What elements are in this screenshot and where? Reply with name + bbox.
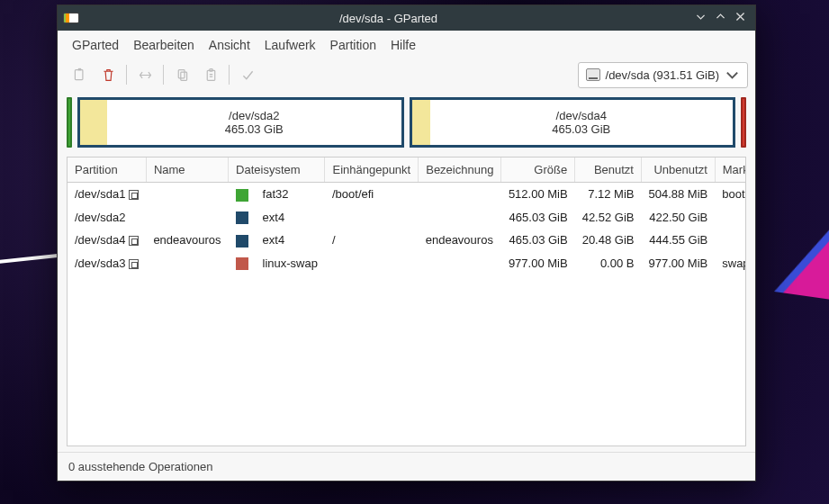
cell-mountpoint: / (325, 229, 419, 252)
cell-partition: /dev/sda1 (68, 183, 146, 206)
app-icon (63, 13, 79, 23)
menu-gparted[interactable]: GParted (67, 36, 124, 54)
partition-block-sda4[interactable]: /dev/sda4 465.03 GiB (410, 97, 736, 148)
svg-rect-3 (207, 70, 215, 80)
key-icon (129, 236, 139, 246)
cell-flags (715, 229, 746, 252)
cell-flags: swap (715, 252, 746, 275)
titlebar: /dev/sda - GParted (58, 5, 755, 31)
partition-used-bar (80, 100, 107, 145)
cell-flags (715, 206, 746, 230)
svg-rect-1 (178, 69, 185, 77)
device-selector[interactable]: /dev/sda (931.51 GiB) (578, 62, 748, 88)
statusbar: 0 ausstehende Operationen (58, 452, 755, 481)
cell-mountpoint (325, 206, 419, 230)
copy-button[interactable] (167, 61, 196, 88)
cell-filesystem: fat32 (256, 183, 325, 206)
key-icon (129, 259, 139, 269)
col-size[interactable]: Größe (501, 158, 575, 183)
cell-name (146, 252, 228, 275)
paste-button[interactable] (196, 61, 225, 88)
col-unused[interactable]: Unbenutzt (641, 158, 715, 183)
disk-icon (586, 68, 600, 81)
table-row[interactable]: /dev/sda3linux-swap977.00 MiB0.00 B977.0… (68, 252, 746, 275)
minimize-button[interactable] (690, 11, 710, 25)
cell-flags: boot, esp (715, 183, 746, 206)
menu-help[interactable]: Hilfe (385, 36, 421, 54)
apply-button[interactable] (233, 61, 262, 88)
col-label[interactable]: Bezeichnung (419, 158, 501, 183)
toolbar-separator (229, 65, 230, 85)
col-used[interactable]: Benutzt (575, 158, 642, 183)
cell-filesystem: ext4 (256, 206, 325, 230)
app-window: /dev/sda - GParted GParted Bearbeiten An… (57, 4, 756, 482)
partition-block-device: /dev/sda4 (556, 109, 607, 122)
menubar: GParted Bearbeiten Ansicht Laufwerk Part… (58, 31, 755, 58)
menu-partition[interactable]: Partition (325, 36, 382, 54)
cell-size: 512.00 MiB (501, 183, 575, 206)
cell-label: endeavouros (419, 229, 501, 252)
delete-partition-button[interactable] (94, 61, 122, 88)
menu-view[interactable]: Ansicht (203, 36, 256, 54)
cell-unused: 444.55 GiB (641, 229, 715, 252)
close-button[interactable] (730, 11, 750, 25)
cell-used: 42.52 GiB (575, 206, 642, 230)
table-row[interactable]: /dev/sda4endeavourosext4/endeavouros465.… (68, 229, 746, 252)
window-title: /dev/sda - GParted (86, 12, 690, 25)
cell-unused: 504.88 MiB (641, 183, 715, 206)
cell-partition: /dev/sda4 (68, 229, 146, 252)
menu-device[interactable]: Laufwerk (259, 36, 321, 54)
col-flags[interactable]: Markierung (715, 158, 746, 183)
cell-fs-swatch (229, 206, 256, 230)
partition-table[interactable]: Partition Name Dateisystem Einhängepunkt… (67, 157, 746, 446)
device-selector-label: /dev/sda (931.51 GiB) (606, 68, 719, 82)
cell-size: 465.03 GiB (501, 206, 575, 230)
col-partition[interactable]: Partition (68, 158, 146, 183)
cell-label (419, 252, 501, 275)
partition-block-device: /dev/sda2 (229, 109, 279, 122)
svg-rect-2 (180, 72, 186, 80)
cell-name: endeavouros (146, 229, 228, 252)
cell-mountpoint (325, 252, 419, 275)
cell-unused: 422.50 GiB (641, 206, 715, 230)
col-filesystem[interactable]: Dateisystem (229, 158, 325, 183)
menu-edit[interactable]: Bearbeiten (128, 36, 200, 54)
partition-stripe-sda3[interactable] (741, 97, 746, 148)
toolbar-separator (126, 65, 127, 85)
chevron-down-icon (725, 68, 740, 83)
resize-button[interactable] (131, 61, 159, 88)
cell-size: 465.03 GiB (501, 229, 575, 252)
cell-name (146, 206, 228, 230)
col-name[interactable]: Name (146, 158, 228, 183)
cell-used: 7.12 MiB (575, 183, 642, 206)
partition-graph: /dev/sda2 465.03 GiB /dev/sda4 465.03 Gi… (58, 92, 755, 157)
background-decoration-left (0, 230, 64, 265)
partition-block-size: 465.03 GiB (552, 122, 610, 136)
cell-partition: /dev/sda3 (68, 252, 146, 275)
cell-partition: /dev/sda2 (68, 206, 146, 230)
toolbar-separator (163, 65, 164, 85)
maximize-button[interactable] (710, 11, 730, 25)
background-decoration-right (783, 212, 829, 300)
table-row[interactable]: /dev/sda1fat32/boot/efi512.00 MiB7.12 Mi… (68, 183, 746, 206)
cell-label (419, 206, 501, 230)
cell-used: 0.00 B (575, 252, 642, 275)
partition-block-size: 465.03 GiB (225, 122, 284, 136)
new-partition-button[interactable] (65, 61, 94, 88)
cell-used: 20.48 GiB (575, 229, 642, 252)
table-header-row: Partition Name Dateisystem Einhängepunkt… (68, 158, 746, 183)
cell-size: 977.00 MiB (501, 252, 575, 275)
col-mountpoint[interactable]: Einhängepunkt (325, 158, 419, 183)
cell-name (146, 183, 228, 206)
cell-fs-swatch (229, 229, 256, 252)
cell-filesystem: linux-swap (256, 252, 325, 275)
cell-filesystem: ext4 (256, 229, 325, 252)
partition-stripe-sda1[interactable] (67, 97, 72, 148)
key-icon (129, 190, 139, 200)
cell-unused: 977.00 MiB (641, 252, 715, 275)
cell-fs-swatch (229, 252, 256, 275)
status-text: 0 ausstehende Operationen (68, 460, 212, 473)
partition-block-sda2[interactable]: /dev/sda2 465.03 GiB (77, 97, 404, 148)
cell-label (419, 183, 501, 206)
table-row[interactable]: /dev/sda2ext4465.03 GiB42.52 GiB422.50 G… (68, 206, 746, 230)
